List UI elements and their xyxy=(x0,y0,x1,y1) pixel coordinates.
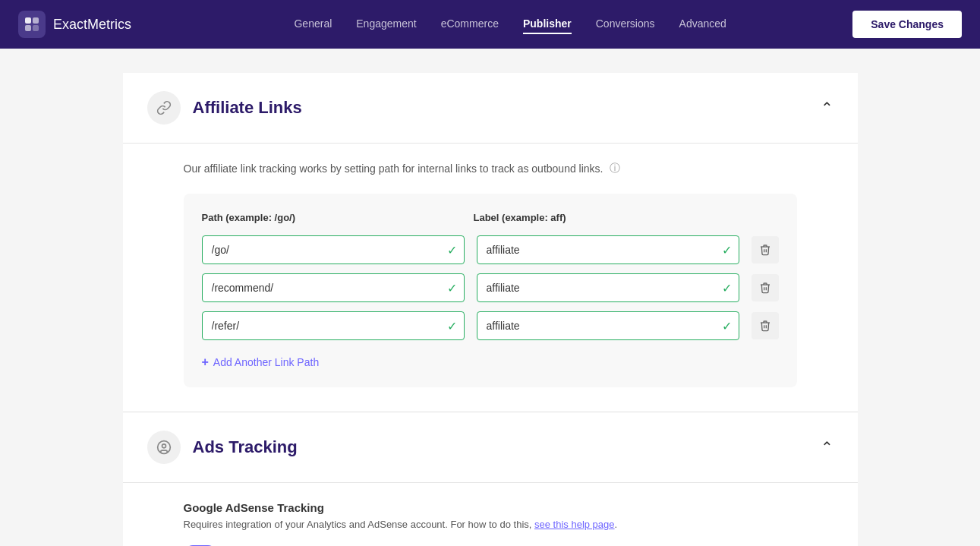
svg-point-5 xyxy=(162,444,165,448)
delete-row-1[interactable] xyxy=(752,236,779,264)
label-input-wrapper-2: ✓ xyxy=(477,273,739,302)
label-input-wrapper-3: ✓ xyxy=(477,311,739,340)
svg-rect-0 xyxy=(25,17,31,24)
check-icon-1: ✓ xyxy=(447,243,457,257)
svg-rect-3 xyxy=(33,25,39,31)
delete-row-2[interactable] xyxy=(752,274,779,301)
affiliate-links-body: Our affiliate link tracking works by set… xyxy=(123,144,858,412)
main-nav: General Engagement eCommerce Publisher C… xyxy=(168,14,852,34)
check-icon-label-2: ✓ xyxy=(722,281,732,295)
path-input-wrapper-1: ✓ xyxy=(202,235,465,264)
nav-advanced[interactable]: Advanced xyxy=(679,14,726,34)
add-another-link-path[interactable]: + Add Another Link Path xyxy=(202,355,320,369)
label-input-1[interactable] xyxy=(477,235,739,264)
affiliate-links-description: Our affiliate link tracking works by set… xyxy=(184,162,797,175)
affiliate-links-collapse[interactable]: ⌃ xyxy=(821,100,833,115)
check-icon-3: ✓ xyxy=(447,319,457,333)
logo-text: ExactMetrics xyxy=(53,17,131,33)
path-input-wrapper-2: ✓ xyxy=(202,273,465,302)
check-icon-label-3: ✓ xyxy=(722,319,732,333)
path-input-1[interactable] xyxy=(202,235,465,264)
affiliate-links-title: Affiliate Links xyxy=(193,98,821,118)
affiliate-links-header: Affiliate Links ⌃ xyxy=(123,73,858,144)
adsense-help-link[interactable]: see this help page xyxy=(534,519,615,530)
path-input-wrapper-3: ✓ xyxy=(202,311,465,340)
info-icon: ⓘ xyxy=(610,162,620,175)
save-changes-button[interactable]: Save Changes xyxy=(852,11,962,38)
logo: ExactMetrics xyxy=(18,11,131,38)
ads-tracking-header: Ads Tracking ⌃ xyxy=(123,412,858,483)
nav-conversions[interactable]: Conversions xyxy=(596,14,655,34)
table-row: ✓ ✓ xyxy=(202,311,779,340)
nav-engagement[interactable]: Engagement xyxy=(356,14,416,34)
ads-tracking-title: Ads Tracking xyxy=(193,437,821,457)
ads-tracking-icon xyxy=(147,431,181,464)
affiliate-links-section: Affiliate Links ⌃ Our affiliate link tra… xyxy=(123,73,858,412)
adsense-tracking-desc: Requires integration of your Analytics a… xyxy=(184,519,797,530)
check-icon-label-1: ✓ xyxy=(722,243,732,257)
plus-icon: + xyxy=(202,355,209,369)
affiliate-links-table: Path (example: /go/) Label (example: aff… xyxy=(184,194,797,387)
nav-ecommerce[interactable]: eCommerce xyxy=(441,14,499,34)
table-row: ✓ ✓ xyxy=(202,235,779,264)
main-content: Affiliate Links ⌃ Our affiliate link tra… xyxy=(111,49,870,546)
ads-tracking-section: Ads Tracking ⌃ Google AdSense Tracking R… xyxy=(123,412,858,546)
col-path-header: Path (example: /go/) xyxy=(202,212,462,223)
logo-icon xyxy=(18,11,46,38)
header: ExactMetrics General Engagement eCommerc… xyxy=(0,0,980,49)
affiliate-links-icon xyxy=(147,91,181,125)
nav-general[interactable]: General xyxy=(294,14,332,34)
delete-row-3[interactable] xyxy=(752,312,779,339)
label-input-2[interactable] xyxy=(477,273,739,302)
svg-rect-2 xyxy=(25,25,31,31)
path-input-3[interactable] xyxy=(202,311,465,340)
table-headers: Path (example: /go/) Label (example: aff… xyxy=(202,212,779,223)
col-label-header: Label (example: aff) xyxy=(474,212,733,223)
path-input-2[interactable] xyxy=(202,273,465,302)
label-input-3[interactable] xyxy=(477,311,739,340)
ads-tracking-collapse[interactable]: ⌃ xyxy=(821,440,833,455)
label-input-wrapper-1: ✓ xyxy=(477,235,739,264)
ads-tracking-body: Google AdSense Tracking Requires integra… xyxy=(123,483,858,546)
adsense-tracking-title: Google AdSense Tracking xyxy=(184,501,797,514)
nav-publisher[interactable]: Publisher xyxy=(523,14,572,34)
table-row: ✓ ✓ xyxy=(202,273,779,302)
check-icon-2: ✓ xyxy=(447,281,457,295)
svg-rect-1 xyxy=(33,17,39,24)
